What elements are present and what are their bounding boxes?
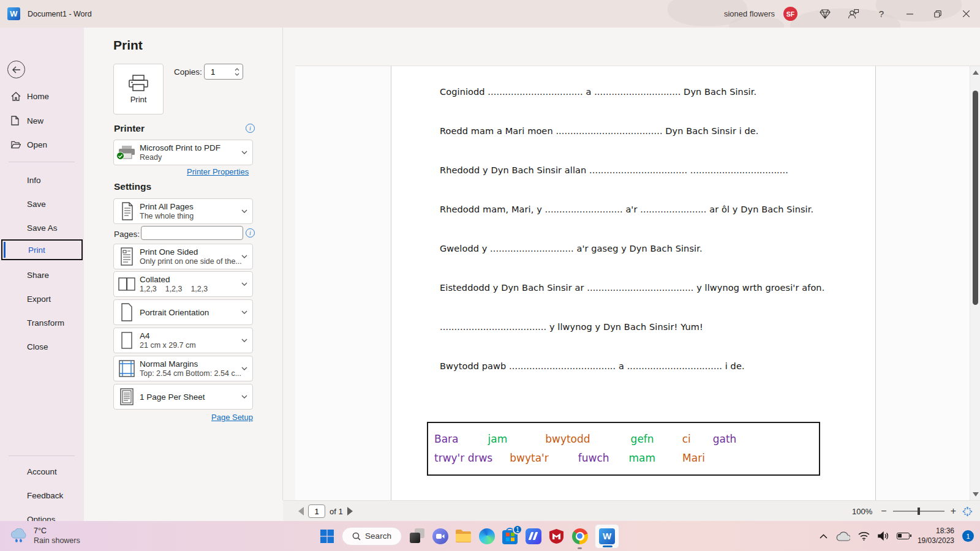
- zoom-slider[interactable]: [893, 511, 944, 512]
- zoom-in-button[interactable]: +: [951, 506, 956, 517]
- word-bank-word: jam: [488, 433, 508, 445]
- sidebar-item-open[interactable]: Open: [0, 137, 84, 152]
- scroll-up-icon[interactable]: [973, 70, 979, 75]
- orientation-dropdown[interactable]: Portrait Orientation: [113, 299, 253, 325]
- sidebar-item-close[interactable]: Close: [0, 339, 84, 354]
- printer-section-heading: Printer: [114, 123, 145, 134]
- close-button[interactable]: [952, 0, 980, 28]
- page-setup-link[interactable]: Page Setup: [211, 413, 253, 422]
- search-box[interactable]: Search: [342, 527, 402, 545]
- preview-scrollbar[interactable]: [970, 66, 980, 500]
- page-title: Print: [113, 38, 143, 53]
- hidden-icons-chevron[interactable]: [820, 534, 827, 539]
- back-button[interactable]: [7, 61, 25, 78]
- clock[interactable]: 18:36 19/03/2023: [918, 527, 954, 545]
- sidebar-item-new[interactable]: New: [0, 113, 84, 129]
- sidebar-item-account[interactable]: Account: [0, 463, 84, 479]
- notification-badge[interactable]: 1: [962, 530, 974, 542]
- zoom-to-page-icon[interactable]: [962, 506, 973, 517]
- doc-sentence: Coginiodd ..............................…: [440, 87, 824, 99]
- onedrive-cloud-icon[interactable]: [835, 531, 850, 541]
- word-bank-word: gefn: [631, 433, 654, 445]
- open-folder-icon: [11, 140, 21, 149]
- new-document-icon: [11, 116, 21, 126]
- help-icon[interactable]: ?: [867, 0, 895, 28]
- wifi-icon[interactable]: [858, 531, 870, 541]
- chat-icon[interactable]: [432, 528, 448, 544]
- printer-info-icon[interactable]: i: [246, 124, 255, 133]
- account-name[interactable]: sioned flowers: [724, 9, 775, 18]
- printer-properties-link[interactable]: Printer Properties: [187, 167, 249, 176]
- document-content: Coginiodd ..............................…: [440, 87, 824, 400]
- doc-sentence: Gwelodd y ............................. …: [440, 244, 824, 256]
- zoom-out-button[interactable]: −: [881, 506, 886, 517]
- copies-input[interactable]: [209, 67, 233, 77]
- paper-size-dropdown[interactable]: A4 21 cm x 29.7 cm: [113, 328, 253, 353]
- doc-sentence: Roedd mam a Mari moen ..................…: [440, 126, 824, 138]
- weather-widget[interactable]: 7°C Rain showers: [10, 521, 80, 551]
- printer-dropdown[interactable]: Microsoft Print to PDF Ready: [113, 140, 253, 165]
- word-bank-word: Bara: [434, 433, 459, 445]
- minimize-button[interactable]: [895, 0, 924, 28]
- volume-icon[interactable]: [878, 531, 889, 541]
- microsoft-store-icon[interactable]: 1: [502, 528, 518, 544]
- chevron-down-icon: [241, 339, 247, 342]
- mcafee-icon[interactable]: [548, 528, 565, 544]
- avatar[interactable]: SF: [783, 7, 797, 21]
- collation-dropdown[interactable]: Collated 1,2,3 1,2,3 1,2,3: [113, 271, 253, 297]
- word-bank-word: trwy'r drws: [434, 452, 492, 464]
- start-button[interactable]: [318, 528, 335, 544]
- print-range-dropdown[interactable]: Print All Pages The whole thing: [113, 198, 253, 224]
- word-taskbar-icon[interactable]: W: [595, 524, 619, 549]
- pages-input[interactable]: [141, 226, 243, 240]
- word-bank-word: mam: [629, 452, 656, 464]
- restore-button[interactable]: [924, 0, 952, 28]
- next-page-icon[interactable]: [347, 507, 353, 515]
- page-count-label: of 1: [330, 507, 343, 516]
- edge-icon[interactable]: [478, 528, 495, 544]
- sidebar-item-feedback[interactable]: Feedback: [0, 487, 84, 503]
- margins-dropdown[interactable]: Normal Margins Top: 2.54 cm Bottom: 2.54…: [113, 356, 253, 381]
- pages-per-sheet-dropdown[interactable]: 1 Page Per Sheet: [113, 384, 253, 410]
- file-explorer-icon[interactable]: [455, 528, 472, 544]
- word-bank-word: fuwch: [578, 452, 609, 464]
- sidebar-item-share[interactable]: Share: [0, 267, 84, 283]
- sidebar-item-export[interactable]: Export: [0, 291, 84, 307]
- copies-stepper[interactable]: [204, 64, 243, 80]
- pages-label: Pages:: [114, 230, 140, 239]
- word-bank-word: bwyta'r: [510, 452, 549, 464]
- zoom-slider-thumb[interactable]: [918, 508, 920, 515]
- print-button[interactable]: Print: [113, 64, 164, 114]
- copies-spin-buttons[interactable]: [235, 68, 239, 76]
- panel-divider: [282, 28, 283, 500]
- tray-time: 18:36: [936, 527, 954, 536]
- previous-page-icon[interactable]: [298, 507, 304, 515]
- premium-gem-icon[interactable]: [811, 0, 839, 28]
- sidebar-item-save-as[interactable]: Save As: [0, 220, 84, 236]
- battery-icon[interactable]: [897, 533, 910, 539]
- sidebar-item-home[interactable]: Home: [0, 88, 84, 104]
- scroll-down-icon[interactable]: [973, 492, 979, 497]
- page-number-input[interactable]: [308, 504, 325, 518]
- slashes-app-icon[interactable]: [525, 528, 541, 544]
- margins-icon: [114, 360, 140, 377]
- backstage-sidebar: Home New Open Info Save Save As Print Sh…: [0, 28, 84, 521]
- weather-condition: Rain showers: [34, 536, 80, 546]
- zoom-level[interactable]: 100%: [852, 507, 872, 516]
- word-bank-word: bwytodd: [545, 433, 590, 445]
- scrollbar-thumb[interactable]: [973, 91, 978, 305]
- sidebar-item-print[interactable]: Print: [1, 239, 83, 260]
- settings-section-heading: Settings: [114, 181, 151, 192]
- printer-name: Microsoft Print to PDF: [140, 143, 221, 152]
- chrome-icon[interactable]: [571, 528, 588, 544]
- sidebar-item-info[interactable]: Info: [0, 172, 84, 188]
- task-view-icon[interactable]: [409, 528, 425, 544]
- duplex-dropdown[interactable]: Print One Sided Only print on one side o…: [113, 244, 253, 269]
- sidebar-item-transform[interactable]: Transform: [0, 315, 84, 331]
- pages-info-icon[interactable]: i: [246, 228, 255, 238]
- sidebar-item-save[interactable]: Save: [0, 196, 84, 212]
- feedback-icon[interactable]: [839, 0, 867, 28]
- print-all-pages-icon: [114, 202, 140, 220]
- doc-sentence: Rhedodd mam, Mari, y ...................…: [440, 204, 824, 217]
- chevron-down-icon: [241, 255, 247, 258]
